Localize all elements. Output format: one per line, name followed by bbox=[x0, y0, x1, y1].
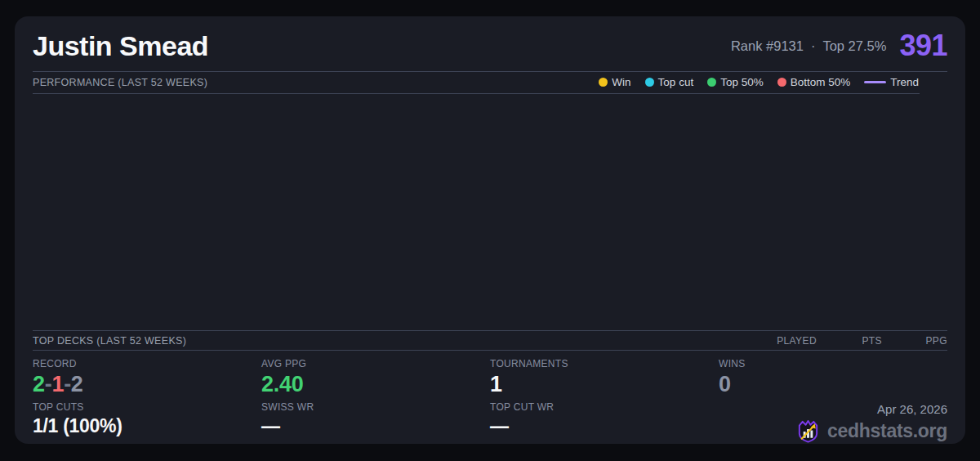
stat-top-cuts: TOP CUTS 1/1 (100%) bbox=[33, 401, 261, 444]
record-draws: 2 bbox=[71, 372, 83, 396]
stat-swiss-wr: SWISS WR — bbox=[261, 401, 490, 444]
chart-legend: Win Top cut Top 50% Bottom 50% Trend bbox=[599, 76, 947, 88]
trend-line-icon bbox=[864, 81, 886, 83]
site-name: cedhstats.org bbox=[827, 420, 947, 442]
stat-top-cut-wr-label: TOP CUT WR bbox=[490, 401, 719, 413]
stat-swiss-wr-label: SWISS WR bbox=[261, 401, 490, 413]
bottom-50-dot-icon bbox=[777, 78, 786, 87]
stat-wins-label: WINS bbox=[719, 358, 947, 369]
win-dot-icon bbox=[599, 78, 608, 87]
page-title: Justin Smead bbox=[33, 30, 208, 62]
record-wins: 2 bbox=[33, 372, 45, 396]
player-stats-card: Justin Smead Rank #9131 · Top 27.5% 391 … bbox=[15, 16, 965, 444]
stat-tournaments-label: TOURNAMENTS bbox=[490, 358, 719, 369]
stat-wins: WINS 0 bbox=[719, 358, 947, 397]
date-text: Apr 26, 2026 bbox=[719, 402, 947, 416]
top-decks-column-headers: PLAYED PTS PPG bbox=[751, 335, 947, 347]
legend-item-trend: Trend bbox=[864, 76, 919, 88]
stat-top-cuts-label: TOP CUTS bbox=[33, 401, 261, 413]
stat-record-value: 2-1-2 bbox=[33, 372, 261, 396]
legend-label-bottom-50: Bottom 50% bbox=[791, 76, 851, 88]
stat-top-cut-wr: TOP CUT WR — bbox=[490, 401, 719, 444]
stat-avg-ppg-value: 2.40 bbox=[261, 372, 490, 396]
top-decks-section-header: TOP DECKS (LAST 52 WEEKS) PLAYED PTS PPG bbox=[33, 330, 947, 351]
record-separator: - bbox=[64, 372, 71, 396]
legend-label-top-50: Top 50% bbox=[720, 76, 764, 88]
rank-score-group: Rank #9131 · Top 27.5% 391 bbox=[731, 29, 947, 63]
footer: Apr 26, 2026 cedhstats.org bbox=[719, 401, 947, 444]
stat-swiss-wr-value: — bbox=[261, 415, 490, 436]
performance-chart-area bbox=[33, 94, 947, 330]
performance-section-header: PERFORMANCE (LAST 52 WEEKS) Win Top cut … bbox=[33, 71, 947, 94]
top-decks-title: TOP DECKS (LAST 52 WEEKS) bbox=[33, 335, 186, 347]
rank-text: Rank #9131 bbox=[731, 38, 804, 54]
cedhstats-logo-icon bbox=[795, 418, 821, 444]
column-header-ppg: PPG bbox=[882, 335, 947, 347]
stat-avg-ppg: AVG PPG 2.40 bbox=[261, 358, 490, 397]
rank-info: Rank #9131 · Top 27.5% bbox=[731, 38, 886, 54]
column-header-played: PLAYED bbox=[751, 335, 817, 347]
legend-item-top-50: Top 50% bbox=[707, 76, 764, 88]
top-cut-dot-icon bbox=[645, 78, 654, 87]
stat-record-label: RECORD bbox=[33, 358, 261, 369]
legend-label-win: Win bbox=[612, 76, 630, 88]
stat-avg-ppg-label: AVG PPG bbox=[261, 358, 490, 369]
score-value: 391 bbox=[899, 29, 947, 63]
column-header-pts: PTS bbox=[817, 335, 882, 347]
stats-grid: RECORD 2-1-2 AVG PPG 2.40 TOURNAMENTS 1 … bbox=[33, 351, 947, 444]
stat-wins-value: 0 bbox=[719, 372, 947, 396]
legend-label-trend: Trend bbox=[890, 76, 919, 88]
stat-top-cuts-value: 1/1 (100%) bbox=[33, 415, 261, 436]
legend-item-top-cut: Top cut bbox=[645, 76, 694, 88]
record-losses: 1 bbox=[51, 372, 64, 396]
performance-title: PERFORMANCE (LAST 52 WEEKS) bbox=[33, 77, 207, 88]
stat-tournaments: TOURNAMENTS 1 bbox=[490, 358, 719, 397]
legend-label-top-cut: Top cut bbox=[658, 76, 694, 88]
legend-item-bottom-50: Bottom 50% bbox=[777, 76, 851, 88]
top-50-dot-icon bbox=[707, 78, 716, 87]
rank-separator: · bbox=[811, 38, 816, 54]
stat-top-cut-wr-value: — bbox=[490, 415, 719, 436]
stat-record: RECORD 2-1-2 bbox=[33, 358, 261, 397]
top-percent-text: Top 27.5% bbox=[822, 38, 886, 54]
legend-item-win: Win bbox=[599, 76, 630, 88]
stat-tournaments-value: 1 bbox=[490, 372, 719, 396]
card-header: Justin Smead Rank #9131 · Top 27.5% 391 bbox=[33, 16, 947, 71]
site-branding[interactable]: cedhstats.org bbox=[719, 418, 947, 444]
